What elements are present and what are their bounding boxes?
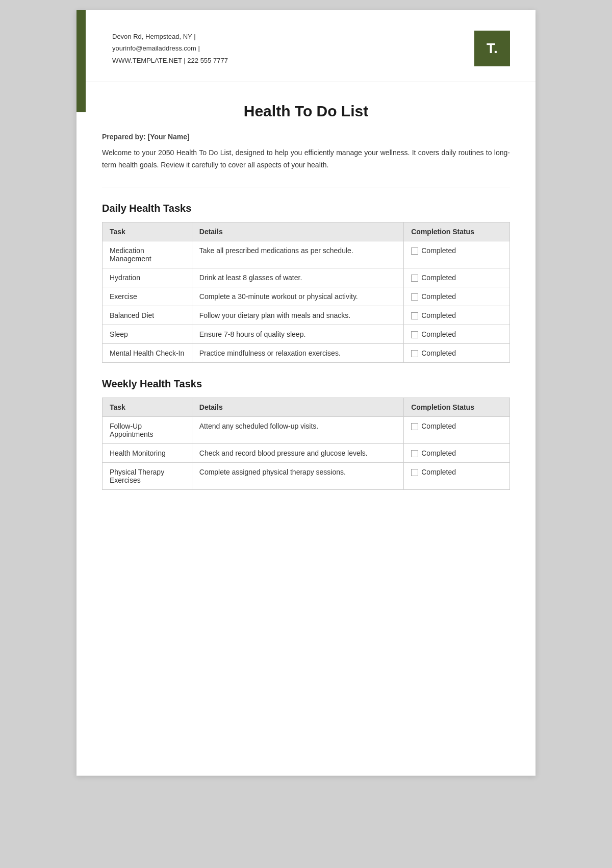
intro-text: Welcome to your 2050 Health To Do List, … xyxy=(102,147,510,171)
prepared-by-label: Prepared by: xyxy=(102,133,147,141)
col-header-0-2: Completion Status xyxy=(404,222,510,241)
status-cell-0-2: Completed xyxy=(404,287,510,306)
status-cell-0-0: Completed xyxy=(404,241,510,268)
table-row: Mental Health Check-InPractice mindfulne… xyxy=(103,343,510,362)
col-header-1-2: Completion Status xyxy=(404,398,510,416)
checkbox-icon[interactable] xyxy=(411,450,418,457)
details-cell-0-2: Complete a 30-minute workout or physical… xyxy=(192,287,403,306)
table-0: TaskDetailsCompletion StatusMedication M… xyxy=(102,222,510,363)
left-accent-bar xyxy=(76,10,86,112)
table-row: Medication ManagementTake all prescribed… xyxy=(103,241,510,268)
checkbox-icon[interactable] xyxy=(411,275,418,282)
details-cell-0-3: Follow your dietary plan with meals and … xyxy=(192,306,403,325)
task-cell-0-4: Sleep xyxy=(103,325,192,343)
status-text: Completed xyxy=(421,468,456,476)
col-header-1-0: Task xyxy=(103,398,192,416)
address-line3: WWW.TEMPLATE.NET | 222 555 7777 xyxy=(112,55,228,66)
table-row: SleepEnsure 7-8 hours of quality sleep.C… xyxy=(103,325,510,343)
main-content: Health To Do List Prepared by: [Your Nam… xyxy=(76,82,536,526)
document-page: Devon Rd, Hempstead, NY | yourinfo@email… xyxy=(76,10,536,776)
status-text: Completed xyxy=(421,330,456,338)
details-cell-1-0: Attend any scheduled follow-up visits. xyxy=(192,416,403,443)
task-cell-1-2: Physical Therapy Exercises xyxy=(103,462,192,489)
details-cell-0-4: Ensure 7-8 hours of quality sleep. xyxy=(192,325,403,343)
table-row: Balanced DietFollow your dietary plan wi… xyxy=(103,306,510,325)
table-row: Physical Therapy ExercisesComplete assig… xyxy=(103,462,510,489)
col-header-1-1: Details xyxy=(192,398,403,416)
sections-container: Daily Health TasksTaskDetailsCompletion … xyxy=(102,203,510,490)
col-header-0-1: Details xyxy=(192,222,403,241)
status-cell-1-2: Completed xyxy=(404,462,510,489)
status-cell-0-4: Completed xyxy=(404,325,510,343)
details-cell-0-1: Drink at least 8 glasses of water. xyxy=(192,268,403,287)
task-cell-0-5: Mental Health Check-In xyxy=(103,343,192,362)
details-cell-1-2: Complete assigned physical therapy sessi… xyxy=(192,462,403,489)
page-title: Health To Do List xyxy=(102,103,510,120)
task-cell-0-0: Medication Management xyxy=(103,241,192,268)
status-text: Completed xyxy=(421,349,456,357)
status-cell-0-5: Completed xyxy=(404,343,510,362)
section-title-0: Daily Health Tasks xyxy=(102,203,510,214)
prepared-by-name: [Your Name] xyxy=(147,133,189,141)
section-title-1: Weekly Health Tasks xyxy=(102,378,510,390)
task-cell-1-1: Health Monitoring xyxy=(103,443,192,462)
table-1: TaskDetailsCompletion StatusFollow-Up Ap… xyxy=(102,398,510,490)
checkbox-icon[interactable] xyxy=(411,469,418,476)
checkbox-icon[interactable] xyxy=(411,350,418,357)
details-cell-0-0: Take all prescribed medications as per s… xyxy=(192,241,403,268)
logo: T. xyxy=(474,31,510,66)
address-line1: Devon Rd, Hempstead, NY | xyxy=(112,31,228,42)
checkbox-icon[interactable] xyxy=(411,247,418,255)
divider xyxy=(102,187,510,187)
checkbox-icon[interactable] xyxy=(411,331,418,338)
checkbox-icon[interactable] xyxy=(411,293,418,301)
task-cell-0-3: Balanced Diet xyxy=(103,306,192,325)
status-text: Completed xyxy=(421,246,456,255)
table-row: HydrationDrink at least 8 glasses of wat… xyxy=(103,268,510,287)
header: Devon Rd, Hempstead, NY | yourinfo@email… xyxy=(76,10,536,82)
table-row: Follow-Up AppointmentsAttend any schedul… xyxy=(103,416,510,443)
status-text: Completed xyxy=(421,311,456,319)
status-cell-1-1: Completed xyxy=(404,443,510,462)
contact-info: Devon Rd, Hempstead, NY | yourinfo@email… xyxy=(102,31,228,66)
checkbox-icon[interactable] xyxy=(411,423,418,430)
status-cell-0-3: Completed xyxy=(404,306,510,325)
status-text: Completed xyxy=(421,274,456,282)
checkbox-icon[interactable] xyxy=(411,312,418,319)
status-text: Completed xyxy=(421,449,456,457)
table-row: Health MonitoringCheck and record blood … xyxy=(103,443,510,462)
task-cell-0-1: Hydration xyxy=(103,268,192,287)
status-cell-1-0: Completed xyxy=(404,416,510,443)
status-text: Completed xyxy=(421,422,456,430)
task-cell-0-2: Exercise xyxy=(103,287,192,306)
table-row: ExerciseComplete a 30-minute workout or … xyxy=(103,287,510,306)
address-line2: yourinfo@emailaddress.com | xyxy=(112,42,228,54)
status-text: Completed xyxy=(421,292,456,301)
details-cell-0-5: Practice mindfulness or relaxation exerc… xyxy=(192,343,403,362)
status-cell-0-1: Completed xyxy=(404,268,510,287)
task-cell-1-0: Follow-Up Appointments xyxy=(103,416,192,443)
details-cell-1-1: Check and record blood pressure and gluc… xyxy=(192,443,403,462)
col-header-0-0: Task xyxy=(103,222,192,241)
prepared-by: Prepared by: [Your Name] xyxy=(102,133,510,141)
